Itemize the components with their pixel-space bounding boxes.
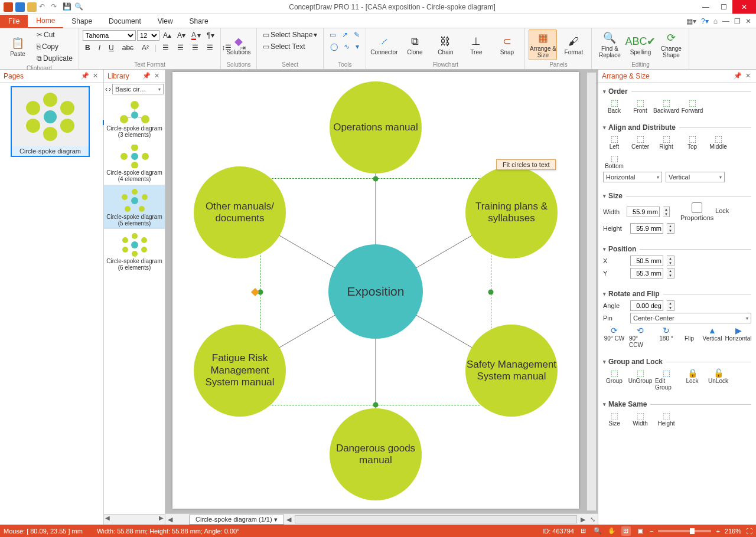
qat-save-icon[interactable]: 💾 — [63, 2, 72, 12]
italic-button[interactable]: I — [96, 42, 103, 53]
spoke-1[interactable]: Training plans & syllabuses — [465, 166, 558, 258]
section-rotate[interactable]: Rotate and Flip — [603, 290, 751, 298]
underline-button[interactable]: U — [106, 42, 116, 53]
select-shape-button[interactable]: ▭ Select Shape ▾ — [260, 30, 320, 40]
rect-tool-icon[interactable]: ▭ — [327, 30, 338, 40]
qat-find-icon[interactable]: 🔍 — [74, 2, 84, 12]
spinner[interactable]: ▲▼ — [667, 256, 674, 266]
lock-button[interactable]: 🔒Lock — [681, 368, 703, 391]
align-right-button[interactable]: ☰ — [204, 42, 216, 53]
ellipse-tool-icon[interactable]: ◯ — [328, 41, 340, 52]
unlock-button[interactable]: 🔓UnLock — [707, 368, 729, 391]
lib-item-3[interactable]: Circle-spoke diagram (3 elements) — [104, 96, 165, 140]
library-dropdown[interactable]: Basic cir… — [112, 84, 164, 94]
pin-icon[interactable]: 📌 — [141, 72, 152, 80]
flip-v-button[interactable]: ▲Vertical — [701, 326, 724, 348]
super-sub-button[interactable]: A² — [139, 42, 151, 53]
align-center-button[interactable]: ⬚Center — [629, 134, 651, 150]
front-button[interactable]: ⬚Front — [629, 98, 651, 114]
rotate-cw-button[interactable]: ⟳90° CW — [603, 326, 625, 348]
align-middle-button[interactable]: ⬚Middle — [707, 134, 729, 150]
pin-icon[interactable]: 📌 — [79, 72, 91, 80]
status-zoom-out-icon[interactable]: − — [650, 528, 653, 535]
align-bottom-button[interactable]: ⬚Bottom — [603, 153, 625, 169]
status-find-icon[interactable]: 🔍 — [593, 526, 602, 536]
spinner[interactable]: ▲▼ — [667, 268, 674, 279]
spoke-4[interactable]: Fatigue Risk Management System manual — [194, 325, 286, 417]
rotate-180-button[interactable]: ↻180 ° — [655, 326, 677, 348]
hscroll-left[interactable]: ◀ — [284, 516, 294, 523]
font-select[interactable]: Tahoma — [83, 30, 136, 41]
status-snap-icon[interactable]: ⊞ — [579, 526, 588, 536]
doc-tab[interactable]: Circle-spoke diagram (1/1) ▾ — [189, 515, 284, 525]
x-input[interactable] — [630, 256, 663, 266]
canvas-scroll[interactable]: Exposition Operations manual Training pl… — [165, 70, 598, 513]
same-height-button[interactable]: ⬚Height — [655, 411, 677, 427]
group-button[interactable]: ⬚Group — [603, 368, 625, 391]
restore-ribbon-icon[interactable]: ❐ — [734, 17, 741, 25]
edit-group-button[interactable]: ⬚Edit Group — [655, 368, 677, 391]
back-button[interactable]: ⬚Back — [603, 98, 625, 114]
angle-input[interactable] — [630, 300, 663, 311]
qat-open-icon[interactable] — [27, 2, 37, 12]
paragraph-icon[interactable]: ¶▾ — [204, 30, 216, 41]
curve-tool-icon[interactable]: ∿ — [341, 41, 352, 52]
align-left-button[interactable]: ⬚Left — [603, 134, 625, 150]
page-thumbnail[interactable]: Circle-spoke diagram — [11, 86, 90, 157]
spoke-5[interactable]: Other manuals/ documents — [194, 166, 286, 258]
same-width-button[interactable]: ⬚Width — [629, 411, 651, 427]
bucket-tool-icon[interactable]: ▾ — [353, 41, 361, 52]
status-hand-icon[interactable]: ✋ — [607, 526, 617, 536]
ungroup-button[interactable]: ⬚UnGroup — [629, 368, 651, 391]
tab-home[interactable]: Home — [28, 14, 63, 28]
spinner[interactable]: ▲▼ — [667, 223, 674, 234]
spoke-3[interactable]: Dangerous goods manual — [330, 408, 422, 500]
rotate-ccw-button[interactable]: ⟲90° CCW — [629, 326, 651, 348]
lock-proportions-checkbox[interactable] — [680, 202, 713, 213]
lib-next-icon[interactable]: › — [109, 85, 111, 93]
lib-item-5[interactable]: Circle-spoke diagram (5 elements) — [104, 185, 165, 229]
copy-button[interactable]: ⎘ Copy — [34, 41, 75, 52]
status-zoom-in-icon[interactable]: + — [716, 528, 719, 535]
forward-button[interactable]: ⬚Forward — [681, 98, 703, 114]
canvas[interactable]: Exposition Operations manual Training pl… — [172, 72, 579, 509]
tab-view[interactable]: View — [149, 15, 181, 28]
tab-share[interactable]: Share — [181, 15, 217, 28]
section-order[interactable]: Order — [603, 87, 751, 96]
pencil-tool-icon[interactable]: ✎ — [351, 30, 362, 40]
distribute-vertical[interactable]: Vertical — [666, 172, 725, 182]
tab-shape[interactable]: Shape — [63, 15, 100, 28]
chain-button[interactable]: ⛓Chain — [431, 30, 460, 60]
spoke-2[interactable]: Safety Management System manual — [465, 325, 558, 417]
close-icon[interactable]: ✕ — [744, 72, 752, 80]
pin-select[interactable]: Center-Center — [630, 313, 751, 323]
hscroll-right[interactable]: ▶ — [578, 516, 588, 523]
clone-button[interactable]: ⧉Clone — [400, 30, 429, 60]
help-icon[interactable]: ?▾ — [701, 17, 709, 25]
format-button[interactable]: 🖌Format — [559, 30, 588, 60]
lib-scroll-left[interactable]: ◀ — [105, 515, 110, 525]
section-position[interactable]: Position — [603, 245, 751, 253]
maximize-button[interactable]: ☐ — [715, 0, 732, 14]
status-fit-icon[interactable]: ▣ — [636, 526, 645, 536]
status-grid-icon[interactable]: ⊞ — [621, 526, 631, 536]
lib-item-6[interactable]: Circle-spoke diagram (6 elements) — [104, 229, 165, 273]
status-fullscreen-icon[interactable]: ⛶ — [746, 528, 752, 535]
grid-icon[interactable]: ▦▾ — [686, 17, 696, 25]
tree-button[interactable]: ⊥Tree — [462, 30, 490, 60]
section-group[interactable]: Group and Lock — [603, 358, 751, 366]
min-ribbon-icon[interactable]: — — [722, 17, 729, 25]
minimize-button[interactable]: — — [697, 0, 715, 14]
height-input[interactable] — [630, 223, 663, 234]
zoom-slider[interactable] — [658, 530, 711, 532]
find-replace-button[interactable]: 🔍Find & Replace — [595, 30, 624, 60]
section-align[interactable]: Align and Distribute — [603, 123, 751, 132]
close-button[interactable]: ✕ — [732, 0, 756, 14]
spinner[interactable]: ▲▼ — [667, 300, 674, 311]
qat-undo-icon[interactable]: ↶ — [39, 2, 48, 12]
lib-prev-icon[interactable]: ‹ — [105, 85, 107, 93]
line-tool-icon[interactable]: ↗ — [340, 30, 350, 40]
qat-new-red-icon[interactable] — [4, 2, 13, 12]
tab-nav-first[interactable]: ◀ — [165, 516, 175, 523]
close-ribbon-icon[interactable]: ✕ — [745, 17, 751, 25]
